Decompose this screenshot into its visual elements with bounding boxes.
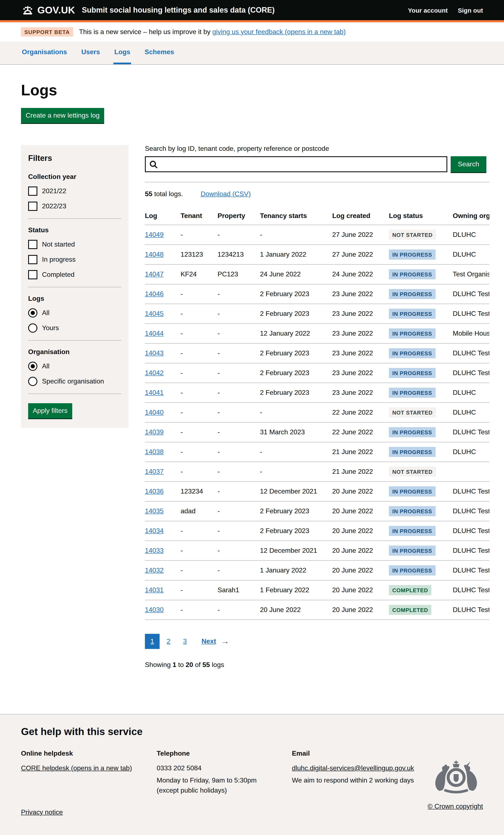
email-link[interactable]: dluhc.digital-services@levellingup.gov.u… bbox=[292, 765, 414, 772]
cell-log: 14037 bbox=[145, 462, 181, 482]
cell-property: Sarah1 bbox=[218, 580, 260, 600]
status-tag: Not started bbox=[389, 467, 436, 477]
checkbox-icon[interactable] bbox=[28, 255, 37, 264]
nav-item-organisations[interactable]: Organisations bbox=[21, 42, 68, 64]
crown-copyright-link[interactable]: © Crown copyright bbox=[427, 803, 483, 810]
pagination-page-1-current[interactable]: 1 bbox=[145, 634, 160, 649]
checkbox-icon[interactable] bbox=[28, 270, 37, 279]
cell-log_created: 23 June 2022 bbox=[332, 284, 389, 304]
checkbox-label: Completed bbox=[42, 271, 75, 279]
cell-log: 14049 bbox=[145, 225, 181, 245]
cell-tenancy_starts: 1 January 2022 bbox=[260, 561, 332, 580]
table-row: 14033--12 December 202120 June 2022In pr… bbox=[145, 541, 489, 561]
filters-heading: Filters bbox=[28, 154, 121, 163]
filters-divider bbox=[28, 287, 121, 287]
pagination-next-link[interactable]: Next bbox=[194, 634, 218, 649]
core-helpdesk-link[interactable]: CORE helpdesk (opens in a new tab) bbox=[21, 765, 132, 772]
radio-logs-yours[interactable]: Yours bbox=[28, 323, 121, 333]
radio-label: Specific organisation bbox=[42, 378, 104, 385]
cell-tenant: adad bbox=[181, 501, 218, 521]
telephone-hours: Monday to Friday, 9am to 5:30pm(except p… bbox=[157, 776, 292, 795]
log-id-link[interactable]: 14046 bbox=[145, 290, 164, 298]
checkbox-not-started[interactable]: Not started bbox=[28, 240, 121, 249]
apply-filters-button[interactable]: Apply filters bbox=[28, 403, 72, 418]
search-input[interactable] bbox=[146, 157, 446, 171]
pagination-page-3[interactable]: 3 bbox=[178, 634, 193, 649]
checkbox-2021-22[interactable]: 2021/22 bbox=[28, 186, 121, 196]
log-id-link[interactable]: 14030 bbox=[145, 606, 164, 613]
table-row: 14047KF24PC12324 June 202224 June 2022In… bbox=[145, 264, 489, 284]
cell-status: Not started bbox=[389, 225, 453, 245]
log-id-link[interactable]: 14047 bbox=[145, 270, 164, 278]
log-id-link[interactable]: 14037 bbox=[145, 468, 164, 475]
log-id-link[interactable]: 14045 bbox=[145, 310, 164, 317]
nav-item-users[interactable]: Users bbox=[80, 42, 101, 64]
checkbox-label: Not started bbox=[42, 241, 75, 248]
checkbox-completed[interactable]: Completed bbox=[28, 270, 121, 279]
log-id-link[interactable]: 14043 bbox=[145, 349, 164, 357]
col-header-tenant: Tenant bbox=[181, 205, 218, 225]
log-id-link[interactable]: 14032 bbox=[145, 567, 164, 574]
cell-status: In progress bbox=[389, 284, 453, 304]
cell-tenant: - bbox=[181, 422, 218, 442]
nav-item-schemes[interactable]: Schemes bbox=[144, 42, 175, 64]
feedback-link[interactable]: giving us your feedback (opens in a new … bbox=[212, 28, 346, 35]
cell-tenancy_starts: 2 February 2023 bbox=[260, 501, 332, 521]
checkbox-icon[interactable] bbox=[28, 202, 37, 211]
col-header-log-created: Log created bbox=[332, 205, 389, 225]
log-id-link[interactable]: 14031 bbox=[145, 586, 164, 593]
cell-tenancy_starts: - bbox=[260, 403, 332, 422]
cell-log: 14036 bbox=[145, 482, 181, 501]
log-id-link[interactable]: 14049 bbox=[145, 231, 164, 238]
radio-icon[interactable] bbox=[28, 377, 37, 386]
log-id-link[interactable]: 14041 bbox=[145, 389, 164, 396]
log-id-link[interactable]: 14048 bbox=[145, 251, 164, 258]
log-id-link[interactable]: 14034 bbox=[145, 527, 164, 534]
cell-tenant: - bbox=[181, 343, 218, 363]
radio-label: All bbox=[42, 363, 49, 370]
checkbox-icon[interactable] bbox=[28, 186, 37, 196]
log-id-link[interactable]: 14038 bbox=[145, 448, 164, 455]
arrow-right-icon: → bbox=[220, 637, 229, 646]
status-tag: In progress bbox=[389, 348, 435, 358]
cell-tenant: - bbox=[181, 561, 218, 580]
cell-tenancy_starts: 1 February 2022 bbox=[260, 580, 332, 600]
log-id-link[interactable]: 14040 bbox=[145, 409, 164, 416]
radio-logs-all[interactable]: All bbox=[28, 308, 121, 318]
table-row: 14030--20 June 202220 June 2022Completed… bbox=[145, 600, 489, 620]
radio-organisation-specific[interactable]: Specific organisation bbox=[28, 377, 121, 386]
download-csv-link[interactable]: Download (CSV) bbox=[201, 190, 250, 198]
checkbox-2022-23[interactable]: 2022/23 bbox=[28, 202, 121, 211]
pagination: 1 2 3 Next → bbox=[145, 634, 489, 649]
cell-log: 14046 bbox=[145, 284, 181, 304]
govuk-home-link[interactable]: GOV.UK bbox=[21, 4, 75, 16]
checkbox-icon[interactable] bbox=[28, 240, 37, 249]
log-id-link[interactable]: 14039 bbox=[145, 428, 164, 435]
radio-icon-selected[interactable] bbox=[28, 308, 37, 318]
radio-organisation-all[interactable]: All bbox=[28, 362, 121, 371]
log-id-link[interactable]: 14042 bbox=[145, 369, 164, 376]
nav-item-logs[interactable]: Logs bbox=[114, 42, 131, 64]
checkbox-in-progress[interactable]: In progress bbox=[28, 255, 121, 264]
service-name-link[interactable]: Submit social housing lettings and sales… bbox=[82, 6, 275, 15]
create-lettings-log-button[interactable]: Create a new lettings log bbox=[21, 108, 104, 123]
total-logs-suffix: total logs. bbox=[153, 190, 183, 198]
privacy-notice-link[interactable]: Privacy notice bbox=[21, 809, 63, 816]
radio-icon[interactable] bbox=[28, 323, 37, 333]
pagination-page-2[interactable]: 2 bbox=[161, 634, 176, 649]
log-id-link[interactable]: 14033 bbox=[145, 547, 164, 554]
log-id-link[interactable]: 14035 bbox=[145, 507, 164, 514]
cell-owning_organisation bbox=[453, 462, 489, 482]
radio-icon-selected[interactable] bbox=[28, 362, 37, 371]
table-row: 14043--2 February 202323 June 2022In pro… bbox=[145, 343, 489, 363]
showing-to: 20 bbox=[186, 661, 193, 668]
cell-status: In progress bbox=[389, 324, 453, 343]
cell-status: In progress bbox=[389, 541, 453, 561]
log-id-link[interactable]: 14036 bbox=[145, 488, 164, 495]
your-account-link[interactable]: Your account bbox=[408, 6, 448, 14]
search-button[interactable]: Search bbox=[451, 156, 486, 172]
beta-tag: Support beta bbox=[21, 27, 73, 37]
sign-out-link[interactable]: Sign out bbox=[458, 6, 483, 14]
cell-log: 14042 bbox=[145, 363, 181, 383]
log-id-link[interactable]: 14044 bbox=[145, 330, 164, 337]
